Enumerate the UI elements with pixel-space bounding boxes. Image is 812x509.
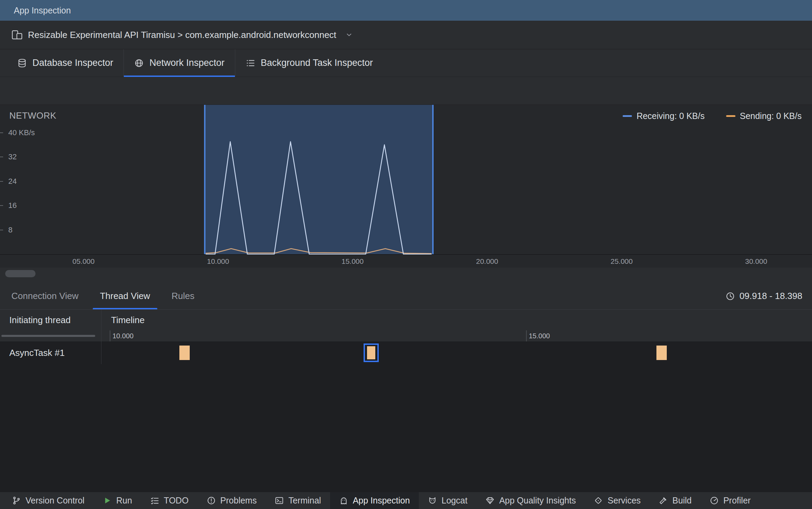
problems-icon [207, 496, 216, 505]
tool-button-label: App Inspection [353, 496, 410, 506]
x-axis-tick-label: 05.000 [72, 257, 95, 266]
x-axis-tick-label: 15.000 [341, 257, 364, 266]
x-axis-tick-label: 20.000 [476, 257, 498, 266]
services-icon [594, 496, 603, 505]
thread-timeline-cell [101, 341, 812, 364]
network-request-block[interactable] [179, 346, 190, 360]
logcat-icon [428, 496, 437, 505]
tool-button-terminal[interactable]: Terminal [266, 492, 330, 509]
play-icon [102, 496, 112, 505]
inspector-tab-database-inspector[interactable]: Database Inspector [7, 49, 123, 77]
view-tabs: Connection ViewThread ViewRules [0, 283, 205, 309]
legend-label: Receiving: 0 KB/s [636, 111, 704, 121]
tool-button-label: Logcat [442, 496, 467, 506]
time-range-label: 09.918 - 18.398 [740, 291, 802, 301]
tool-button-label: Version Control [26, 496, 85, 506]
chart-title: NETWORK [9, 110, 56, 121]
todo-icon [150, 496, 159, 505]
app-inspection-window: App Inspection Resizable Experimental AP… [0, 0, 812, 509]
inspector-tab-network-inspector[interactable]: Network Inspector [123, 49, 235, 77]
tool-button-version-control[interactable]: Version Control [3, 492, 93, 509]
inspector-tab-label: Network Inspector [149, 58, 225, 68]
chart-x-axis: 05.00010.00015.00020.00025.00030.000 [0, 254, 812, 268]
tool-button-label: Terminal [288, 496, 321, 506]
network-usage-chart[interactable] [0, 105, 812, 254]
tool-button-app-quality-insights[interactable]: App Quality Insights [476, 492, 585, 509]
view-tab-bar: Connection ViewThread ViewRules 09.918 -… [0, 283, 812, 310]
legend-color-swatch [623, 115, 632, 117]
inspector-tab-label: Background Task Inspector [261, 58, 373, 68]
tool-button-run[interactable]: Run [93, 492, 141, 509]
chart-legend: Receiving: 0 KB/sSending: 0 KB/s [623, 111, 802, 121]
thread-column-scrollbar[interactable] [1, 335, 95, 337]
ruler-tick-label: 10.000 [112, 332, 133, 340]
network-request-block-fill [367, 346, 375, 359]
chevron-down-icon [345, 31, 353, 39]
x-axis-tick-label: 25.000 [611, 257, 633, 266]
ruler-tick [526, 330, 527, 341]
timeline-ruler: 10.00015.000 [101, 330, 812, 341]
legend-sending: Sending: 0 KB/s [726, 111, 802, 121]
chart-scroll-strip [0, 268, 812, 283]
thread-column-gutter [0, 330, 101, 341]
view-tab-connection-view[interactable]: Connection View [1, 283, 89, 309]
inspector-tab-background-task-inspector[interactable]: Background Task Inspector [235, 49, 383, 77]
tool-button-label: Services [607, 496, 641, 506]
tool-button-services[interactable]: Services [585, 492, 650, 509]
network-request-block-selected[interactable] [364, 343, 379, 362]
column-header-label: Timeline [111, 315, 145, 326]
ruler-tick-label: 15.000 [529, 332, 550, 340]
clock-icon [725, 291, 735, 301]
tool-button-problems[interactable]: Problems [198, 492, 266, 509]
device-icon [11, 30, 23, 40]
view-tab-rules[interactable]: Rules [161, 283, 205, 309]
x-axis-tick-label: 10.000 [207, 257, 229, 266]
thread-name-cell: AsyncTask #1 [0, 341, 101, 364]
window-title: App Inspection [14, 6, 71, 16]
column-header-timeline: Timeline [101, 310, 812, 330]
tool-button-label: App Quality Insights [499, 496, 576, 506]
profiler-icon [710, 496, 719, 505]
inspector-tab-bar: Database InspectorNetwork InspectorBackg… [0, 49, 812, 77]
legend-label: Sending: 0 KB/s [740, 111, 802, 121]
tool-window-bar: Version ControlRunTODOProblemsTerminalAp… [0, 492, 812, 509]
column-header-initiating-thread: Initiating thread [0, 310, 101, 330]
device-process-label: Resizable Experimental API Tiramisu > co… [28, 30, 336, 40]
x-axis-tick-label: 30.000 [745, 257, 767, 266]
tool-button-label: Profiler [723, 496, 751, 506]
inspector-tab-label: Database Inspector [32, 58, 113, 68]
terminal-icon [275, 496, 284, 505]
thread-view-table: Initiating thread Timeline 10.00015.000 … [0, 310, 812, 492]
legend-color-swatch [726, 115, 735, 117]
tool-button-label: Problems [220, 496, 257, 506]
table-header: Initiating thread Timeline [0, 310, 812, 330]
app-inspection-icon [339, 496, 348, 505]
gem-icon [485, 496, 495, 505]
tool-button-app-inspection[interactable]: App Inspection [330, 492, 419, 509]
build-icon [658, 496, 668, 505]
tool-button-profiler[interactable]: Profiler [701, 492, 760, 509]
table-row[interactable]: AsyncTask #1 [0, 341, 812, 364]
tool-button-label: Build [672, 496, 692, 506]
inspector-toolbar [0, 77, 812, 105]
legend-receiving: Receiving: 0 KB/s [623, 111, 704, 121]
column-header-label: Initiating thread [9, 315, 71, 326]
table-body: AsyncTask #1 [0, 341, 812, 492]
tool-button-todo[interactable]: TODO [141, 492, 198, 509]
checklist-icon [246, 58, 255, 68]
network-request-block[interactable] [656, 346, 667, 360]
view-tab-thread-view[interactable]: Thread View [89, 283, 161, 309]
tool-button-label: Run [116, 496, 132, 506]
ruler-tick [110, 330, 110, 341]
network-chart-panel: NETWORK 40 KB/s3224168 Receiving: 0 KB/s… [0, 105, 812, 283]
timeline-ruler-row: 10.00015.000 [0, 330, 812, 341]
chart-horizontal-scrollbar[interactable] [5, 270, 36, 277]
tool-button-logcat[interactable]: Logcat [419, 492, 476, 509]
device-process-selector[interactable]: Resizable Experimental API Tiramisu > co… [0, 21, 812, 49]
selected-time-range: 09.918 - 18.398 [725, 283, 802, 309]
branch-icon [12, 496, 21, 505]
database-icon [17, 58, 27, 68]
globe-icon [134, 58, 144, 68]
window-titlebar: App Inspection [0, 0, 812, 21]
tool-button-build[interactable]: Build [650, 492, 701, 509]
